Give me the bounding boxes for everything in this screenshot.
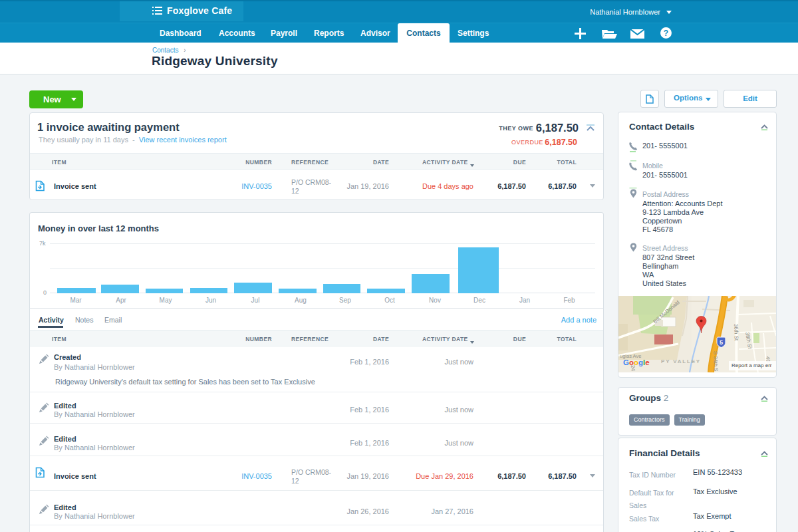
svg-text:Google: Google [623,358,650,366]
svg-text:5: 5 [720,339,723,346]
svg-text:36th St: 36th St [733,324,739,341]
svg-text:?: ? [664,29,668,38]
svg-text:S 34th S: S 34th S [712,351,719,372]
svg-text:Report a map err: Report a map err [732,362,772,368]
svg-text:PY VALLEY: PY VALLEY [661,358,701,364]
